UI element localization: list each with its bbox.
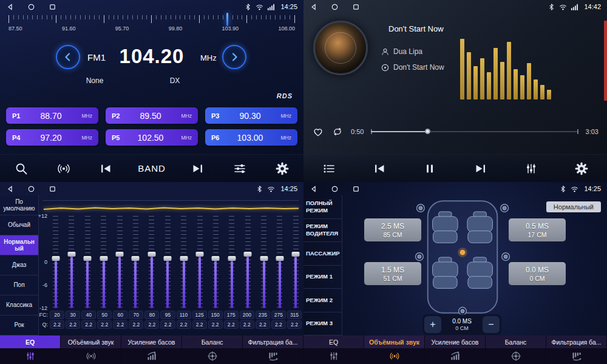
tab-eq[interactable]: EQ xyxy=(0,335,61,348)
back-icon[interactable] xyxy=(310,3,317,11)
home-icon[interactable] xyxy=(331,3,339,11)
back-icon[interactable] xyxy=(310,185,317,193)
preset-button-p4[interactable]: P497.20MHz xyxy=(6,129,98,146)
tab-bass[interactable]: Усиление басов xyxy=(121,335,182,348)
eq-band-slider[interactable] xyxy=(51,216,60,308)
gear-icon[interactable] xyxy=(272,158,293,179)
eq-preset-item[interactable]: Поп xyxy=(0,275,38,295)
recents-icon[interactable] xyxy=(49,185,56,193)
tune-up-button[interactable] xyxy=(222,45,246,69)
eq-slider-knob[interactable] xyxy=(84,256,92,261)
preset-button-p5[interactable]: P5102.50MHz xyxy=(106,129,198,146)
filter-icon[interactable] xyxy=(243,348,304,364)
delay-front-left-button[interactable]: 2.5 MS 85 CM xyxy=(364,218,421,241)
eq-slider-knob[interactable] xyxy=(244,252,252,257)
eq-band-slider[interactable] xyxy=(211,216,220,308)
tab-bass[interactable]: Усиление басов xyxy=(425,335,486,348)
preset-button-p6[interactable]: P6103.00MHz xyxy=(205,129,297,146)
surround-sound-icon[interactable] xyxy=(61,348,121,364)
preset-button-p3[interactable]: P390.30MHz xyxy=(205,107,297,124)
mode-item[interactable]: РЕЖИМ ВОДИТЕЛЯ xyxy=(304,219,342,243)
favorite-icon[interactable] xyxy=(312,126,324,138)
eq-slider-knob[interactable] xyxy=(100,256,107,261)
tab-filter[interactable]: Фильтрация ба... xyxy=(546,335,607,348)
balance-icon[interactable] xyxy=(486,348,546,364)
sliders-icon[interactable] xyxy=(229,158,250,179)
gear-icon[interactable] xyxy=(571,158,592,179)
tab-surround[interactable]: Объёмный звук xyxy=(364,335,425,348)
pause-icon[interactable] xyxy=(419,158,440,179)
eq-slider-knob[interactable] xyxy=(148,252,155,257)
playlist-icon[interactable] xyxy=(319,158,339,179)
eq-sliders-icon[interactable] xyxy=(304,348,364,364)
eq-slider-knob[interactable] xyxy=(132,256,140,261)
surround-sound-icon[interactable] xyxy=(364,348,425,364)
preset-button-p2[interactable]: P289.50MHz xyxy=(106,107,198,124)
eq-band-slider[interactable] xyxy=(83,216,92,308)
frequency-scale[interactable]: 87.5091.6095.7099.80103.90108.00 xyxy=(8,15,295,36)
tab-surround[interactable]: Объёмный звук xyxy=(61,335,121,348)
eq-band-slider[interactable] xyxy=(243,216,253,308)
eq-band-slider[interactable] xyxy=(291,216,300,308)
seek-bar[interactable] xyxy=(371,131,578,132)
eq-band-slider[interactable] xyxy=(259,216,268,308)
eq-preset-item[interactable]: Классика xyxy=(0,295,38,315)
mode-item[interactable]: РЕЖИМ 1 xyxy=(304,266,342,289)
eq-slider-knob[interactable] xyxy=(292,252,300,257)
eq-slider-knob[interactable] xyxy=(67,252,75,257)
mode-item[interactable]: РЕЖИМ 3 xyxy=(304,312,342,336)
eq-slider-knob[interactable] xyxy=(164,256,172,261)
recents-icon[interactable] xyxy=(352,3,360,11)
tab-eq[interactable]: EQ xyxy=(304,335,364,348)
eq-slider-knob[interactable] xyxy=(260,256,268,261)
tab-balance[interactable]: Баланс xyxy=(182,335,243,348)
tune-down-button[interactable] xyxy=(56,45,80,69)
seek-knob[interactable] xyxy=(425,129,430,134)
search-icon[interactable] xyxy=(11,158,32,179)
eq-slider-knob[interactable] xyxy=(180,256,188,261)
delay-rear-right-button[interactable]: 0.0 MS 0 CM xyxy=(509,262,566,285)
eq-preset-item[interactable]: Нормальный xyxy=(0,235,38,255)
profile-button[interactable]: Нормальный xyxy=(546,201,601,212)
increase-delay-button[interactable]: + xyxy=(424,316,441,333)
eq-band-slider[interactable] xyxy=(179,216,188,308)
eq-band-slider[interactable] xyxy=(275,216,284,308)
balance-icon[interactable] xyxy=(182,348,243,364)
skip-previous-icon[interactable] xyxy=(369,158,390,179)
decrease-delay-button[interactable]: − xyxy=(483,316,500,333)
eq-preset-item[interactable]: Джаз xyxy=(0,255,38,275)
eq-slider-knob[interactable] xyxy=(276,256,283,261)
eq-band-slider[interactable] xyxy=(99,216,108,308)
eq-sliders-icon[interactable] xyxy=(0,348,61,364)
eq-band-slider[interactable] xyxy=(195,216,205,308)
filter-icon[interactable] xyxy=(546,348,607,364)
broadcast-icon[interactable] xyxy=(53,158,74,179)
eq-slider-knob[interactable] xyxy=(228,256,236,261)
mode-item[interactable]: РЕЖИМ 2 xyxy=(304,289,342,312)
recents-icon[interactable] xyxy=(49,3,56,11)
eq-preset-item[interactable]: Обычай xyxy=(0,215,38,235)
delay-rear-left-button[interactable]: 1.5 MS 51 CM xyxy=(364,262,421,285)
eq-slider-knob[interactable] xyxy=(52,256,59,261)
eq-sliders-icon[interactable] xyxy=(521,158,541,179)
back-icon[interactable] xyxy=(6,185,14,193)
eq-preset-item[interactable]: Рок xyxy=(0,315,38,335)
skip-next-icon[interactable] xyxy=(470,158,491,179)
mode-item[interactable]: ПОЛНЫЙ РЕЖИМ xyxy=(304,195,342,219)
band-button[interactable]: BAND xyxy=(138,163,166,174)
recents-icon[interactable] xyxy=(352,185,360,193)
repeat-icon[interactable] xyxy=(331,126,344,138)
eq-slider-knob[interactable] xyxy=(196,252,204,257)
eq-slider-knob[interactable] xyxy=(116,252,124,257)
eq-band-slider[interactable] xyxy=(147,216,156,308)
home-icon[interactable] xyxy=(27,185,35,193)
eq-band-slider[interactable] xyxy=(131,216,140,308)
back-icon[interactable] xyxy=(6,3,14,11)
skip-previous-icon[interactable] xyxy=(95,158,116,179)
tab-balance[interactable]: Баланс xyxy=(486,335,546,348)
eq-slider-knob[interactable] xyxy=(212,256,220,261)
home-icon[interactable] xyxy=(331,185,339,193)
eq-band-slider[interactable] xyxy=(227,216,236,308)
mode-item[interactable]: ПАССАЖИР xyxy=(304,242,342,266)
eq-band-slider[interactable] xyxy=(67,216,76,308)
